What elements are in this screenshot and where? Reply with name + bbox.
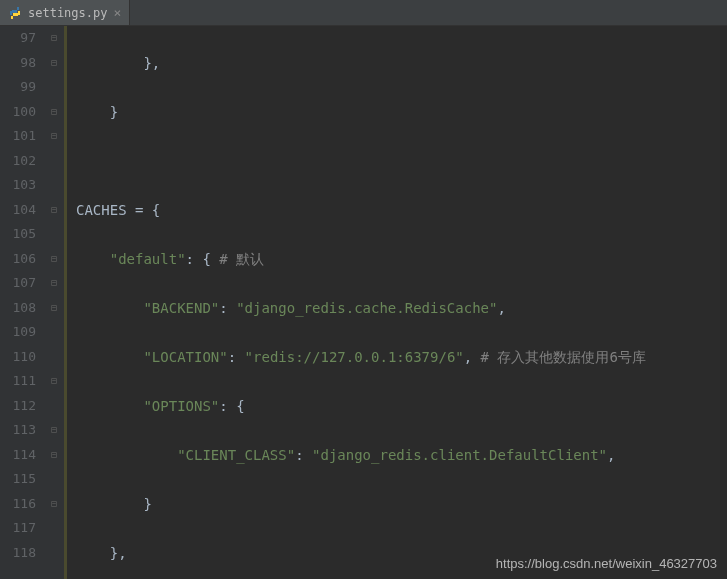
code-line: } <box>76 100 727 125</box>
fold-icon[interactable]: ⊟ <box>51 296 57 321</box>
fold-gutter: ⊟ ⊟ ⊟ ⊟ ⊟ ⊟ ⊟ ⊟ ⊟ ⊟ ⊟ ⊟ <box>48 26 64 579</box>
line-number: 100 <box>0 100 36 125</box>
code-editor[interactable]: 97 98 99 100 101 102 103 104 105 106 107… <box>0 26 727 579</box>
line-number: 118 <box>0 541 36 566</box>
tab-filename: settings.py <box>28 6 107 20</box>
code-line: }, <box>76 51 727 76</box>
fold-icon[interactable]: ⊟ <box>51 369 57 394</box>
line-number-gutter: 97 98 99 100 101 102 103 104 105 106 107… <box>0 26 48 579</box>
fold-icon[interactable]: ⊟ <box>51 443 57 468</box>
line-number: 111 <box>0 369 36 394</box>
line-number: 104 <box>0 198 36 223</box>
line-number: 106 <box>0 247 36 272</box>
fold-icon[interactable]: ⊟ <box>51 492 57 517</box>
fold-icon[interactable]: ⊟ <box>51 124 57 149</box>
fold-icon[interactable]: ⊟ <box>51 100 57 125</box>
tab-bar: settings.py × <box>0 0 727 26</box>
line-number: 99 <box>0 75 36 100</box>
line-number: 114 <box>0 443 36 468</box>
close-icon[interactable]: × <box>113 5 121 20</box>
code-line: } <box>76 492 727 517</box>
indent-guide <box>64 26 72 579</box>
code-line: "CLIENT_CLASS": "django_redis.client.Def… <box>76 443 727 468</box>
line-number: 97 <box>0 26 36 51</box>
watermark: https://blog.csdn.net/weixin_46327703 <box>496 556 717 571</box>
line-number: 113 <box>0 418 36 443</box>
line-number: 98 <box>0 51 36 76</box>
fold-icon[interactable]: ⊟ <box>51 418 57 443</box>
line-number: 101 <box>0 124 36 149</box>
line-number: 115 <box>0 467 36 492</box>
fold-icon[interactable]: ⊟ <box>51 247 57 272</box>
code-line: "OPTIONS": { <box>76 394 727 419</box>
code-line: "BACKEND": "django_redis.cache.RedisCach… <box>76 296 727 321</box>
line-number: 109 <box>0 320 36 345</box>
code-line: CACHES = { <box>76 198 727 223</box>
fold-icon[interactable]: ⊟ <box>51 271 57 296</box>
line-number: 117 <box>0 516 36 541</box>
line-number: 102 <box>0 149 36 174</box>
code-line: "default": { # 默认 <box>76 247 727 272</box>
line-number: 110 <box>0 345 36 370</box>
code-content[interactable]: }, } CACHES = { "default": { # 默认 "BACKE… <box>72 26 727 579</box>
code-line: "LOCATION": "redis://127.0.0.1:6379/6", … <box>76 345 727 370</box>
fold-icon[interactable]: ⊟ <box>51 51 57 76</box>
code-line <box>76 149 727 174</box>
line-number: 105 <box>0 222 36 247</box>
tab-settings-py[interactable]: settings.py × <box>0 0 130 25</box>
line-number: 103 <box>0 173 36 198</box>
python-icon <box>8 6 22 20</box>
line-number: 108 <box>0 296 36 321</box>
line-number: 107 <box>0 271 36 296</box>
fold-icon[interactable]: ⊟ <box>51 198 57 223</box>
line-number: 112 <box>0 394 36 419</box>
line-number: 116 <box>0 492 36 517</box>
fold-icon[interactable]: ⊟ <box>51 26 57 51</box>
